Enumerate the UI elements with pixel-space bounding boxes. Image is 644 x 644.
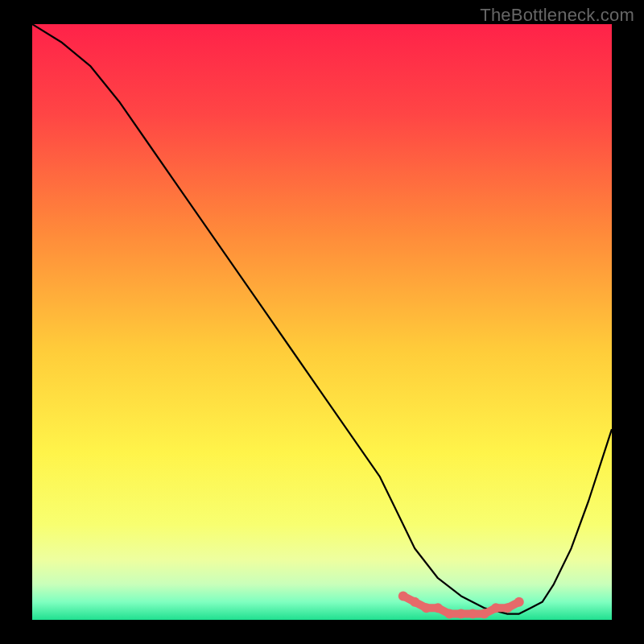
watermark-text: TheBottleneck.com	[480, 5, 634, 26]
chart-frame: TheBottleneck.com	[0, 0, 644, 644]
plot-area	[32, 24, 612, 620]
curve-layer	[32, 24, 612, 620]
